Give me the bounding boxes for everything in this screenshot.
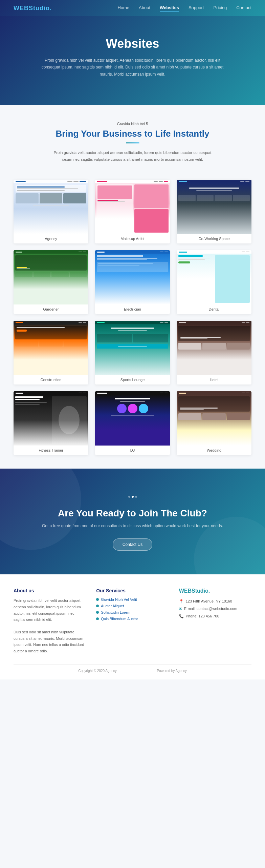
service-link-3[interactable]: Quis Bibendum Auctor (101, 617, 138, 621)
cta-button[interactable]: Contact Us (113, 538, 152, 551)
grid-item-dj[interactable]: DJ (95, 391, 170, 455)
grid-item-wedding[interactable]: Wedding (177, 391, 251, 455)
mockup-nav-item (160, 252, 163, 252)
dot-2 (132, 496, 134, 498)
nav-pricing[interactable]: Pricing (213, 5, 227, 12)
preview-gardener (14, 250, 88, 304)
mockup-img (215, 255, 250, 303)
grid-item-hotel[interactable]: Hotel (177, 321, 251, 384)
mockup-gallery (178, 413, 250, 420)
mockup-sub (196, 190, 232, 191)
logo: WEBStudio. (14, 5, 52, 12)
mockup-card (133, 334, 168, 342)
footer-contact-info: 📍 123 Fifth Avenue, NY 10160 ✉ E-mail: c… (179, 597, 251, 620)
preview-electrician (95, 250, 170, 304)
mockup-line (33, 205, 69, 205)
grid-item-label: Gardener (14, 304, 88, 314)
service-link-0[interactable]: Gravida Nibh Vel Velit (101, 597, 137, 601)
footer-services-list: Gravida Nibh Vel Velit Auctor Aliquet So… (96, 597, 169, 621)
nav-websites[interactable]: Websites (160, 5, 179, 12)
mockup-stat (70, 272, 87, 277)
mockup-nav-item (246, 252, 249, 252)
mockup-text (97, 259, 147, 260)
grid-item-makeup[interactable]: Make-up Artist (95, 180, 170, 243)
mockup-nav-item (79, 252, 82, 252)
grid-item-agency[interactable]: Agency (14, 180, 88, 243)
cta-dots (27, 496, 238, 498)
mockup-btn (178, 261, 190, 263)
mockup-nav-item (246, 322, 249, 323)
footer-about-text1: Proin gravida nibh vel velit auctor aliq… (14, 597, 86, 623)
mockup-nav (177, 321, 251, 324)
mockup-body (14, 254, 88, 304)
mockup-p (17, 190, 65, 191)
mockup-nav-item (79, 393, 82, 393)
mockup-nav (95, 391, 170, 395)
nav-links: Home About Websites Support Pricing Cont… (117, 5, 251, 12)
mockup-text (15, 404, 40, 405)
grid-item-label: Wedding (177, 446, 251, 455)
footer-services: Our Services Gravida Nibh Vel Velit Auct… (96, 588, 169, 654)
footer-about-text2: Duis sed odio sit amet nibh vulputate cu… (14, 629, 86, 654)
footer-services-title: Our Services (96, 588, 169, 593)
mockup-body (14, 183, 88, 234)
mockup-nav (177, 250, 251, 254)
nav-support[interactable]: Support (189, 5, 204, 12)
grid-item-construction[interactable]: Construction (14, 321, 88, 384)
mockup-nav-item (245, 181, 249, 182)
mockup-logo (97, 322, 105, 323)
mockup-btn-text (118, 346, 147, 347)
nav-home[interactable]: Home (117, 5, 129, 12)
footer: About us Proin gravida nibh vel velit au… (0, 574, 265, 679)
grid-item-electrician[interactable]: Electrician (95, 250, 170, 314)
mockup-btn (17, 330, 27, 332)
mockup-icons-row (178, 194, 250, 202)
mockup-cards (97, 334, 168, 342)
footer-contact-col: WEBStudio. 📍 123 Fifth Avenue, NY 10160 … (179, 588, 251, 654)
mockup-nav (177, 180, 251, 183)
mockup-overlay-text (180, 337, 248, 339)
footer-email-text: E-mail: contact@webstudio.com (184, 605, 237, 612)
mockup-body (14, 395, 88, 446)
grid-item-fitness[interactable]: Fitness Trainer (14, 391, 88, 455)
grid-item-label: Electrician (95, 304, 170, 314)
mockup-badge-sub (17, 269, 30, 269)
service-link-1[interactable]: Auctor Aliquet (101, 604, 124, 608)
grid-item-coworking[interactable]: Co-Working Space (177, 180, 251, 243)
mockup-img (63, 193, 86, 203)
mockup-body (177, 324, 251, 375)
grid-item-label: Make-up Artist (95, 234, 170, 243)
hero-description: Proin gravida nibh vel velit auctor aliq… (38, 57, 227, 78)
grid-item-gardener[interactable]: Gardener (14, 250, 88, 314)
mockup-logo (179, 322, 186, 323)
nav-about[interactable]: About (139, 5, 150, 12)
nav-contact[interactable]: Contact (236, 5, 251, 12)
mockup-icon (233, 195, 250, 201)
mockup-nav-item (79, 322, 82, 323)
mockup-text (15, 402, 47, 403)
mockup-room (202, 343, 225, 350)
grid-item-sports[interactable]: Sports Lounge (95, 321, 170, 384)
grid-item-label: Hotel (177, 375, 251, 384)
mockup-nav-active (80, 181, 86, 182)
mockup-logo (16, 322, 23, 323)
mockup-img (40, 193, 63, 203)
mockup-title (180, 337, 221, 338)
section-description: Proin gravida velit auctor aliquet aenea… (51, 150, 214, 163)
footer-service-item-3[interactable]: Quis Bibendum Auctor (96, 617, 169, 621)
mockup-nav-item (242, 252, 245, 252)
grid-item-label: Co-Working Space (177, 234, 251, 243)
mockup-logo (97, 393, 107, 394)
cta-description: Get a free quote from one of our consult… (27, 524, 238, 528)
service-link-2[interactable]: Sollicitudin Lorem (101, 610, 130, 614)
footer-service-item-1[interactable]: Auctor Aliquet (96, 604, 169, 608)
grid-item-dental[interactable]: Dental (177, 250, 251, 314)
section-divider (126, 142, 139, 143)
mockup-nav-item (83, 322, 86, 323)
mockup-p (17, 189, 78, 189)
mockup-nav-item (160, 393, 163, 393)
footer-service-item-0[interactable]: Gravida Nibh Vel Velit (96, 597, 169, 601)
mockup-text (97, 201, 125, 202)
mockup-body (95, 183, 170, 234)
footer-service-item-2[interactable]: Sollicitudin Lorem (96, 610, 169, 614)
